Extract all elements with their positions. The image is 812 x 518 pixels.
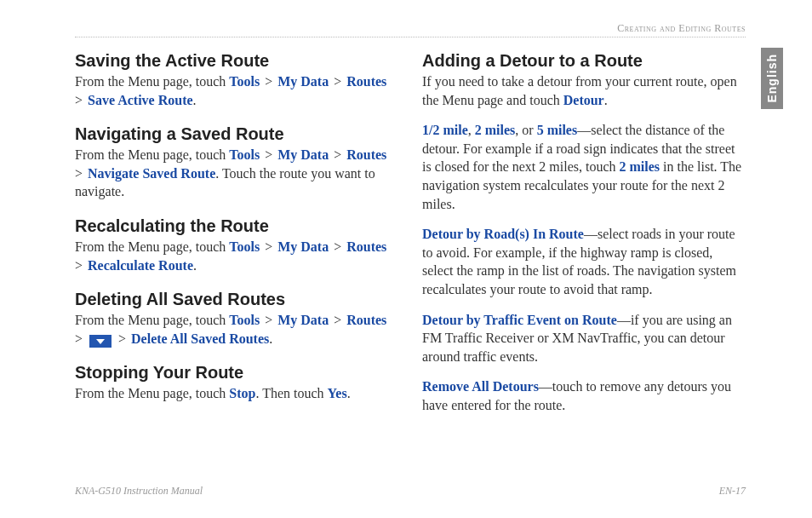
text-remove-detours: Remove All Detours—touch to remove any d… [422, 377, 746, 414]
text-detour-intro: If you need to take a detour from your c… [422, 72, 746, 109]
link-detour-by-traffic[interactable]: Detour by Traffic Event on Route [422, 313, 617, 327]
section-stop-route: Stopping Your Route From the Menu page, … [75, 363, 398, 403]
heading-delete-all: Deleting All Saved Routes [75, 290, 398, 309]
link-delete-all-saved-routes[interactable]: Delete All Saved Routes [131, 331, 269, 346]
link-tools[interactable]: Tools [229, 313, 260, 327]
page-footer: KNA-G510 Instruction Manual EN-17 [75, 485, 746, 498]
link-remove-all-detours[interactable]: Remove All Detours [422, 379, 539, 394]
text-navigate-saved: From the Menu page, touch Tools > My Dat… [75, 146, 398, 201]
footer-page-number: EN-17 [719, 485, 746, 498]
link-my-data[interactable]: My Data [277, 147, 329, 162]
text-delete-all: From the Menu page, touch Tools > My Dat… [75, 311, 398, 348]
link-routes[interactable]: Routes [346, 239, 386, 254]
text-save-active: From the Menu page, touch Tools > My Dat… [75, 72, 398, 109]
text-recalculate: From the Menu page, touch Tools > My Dat… [75, 238, 398, 274]
text-detour-traffic: Detour by Traffic Event on Route—if you … [422, 311, 746, 366]
section-delete-all: Deleting All Saved Routes From the Menu … [75, 290, 398, 348]
link-detour-by-roads[interactable]: Detour by Road(s) In Route [422, 227, 584, 241]
link-my-data[interactable]: My Data [277, 313, 329, 327]
link-two-miles-inline[interactable]: 2 miles [620, 159, 660, 174]
link-yes[interactable]: Yes [328, 386, 347, 400]
heading-stop-route: Stopping Your Route [75, 363, 398, 383]
text-detour-distance: 1/2 mile, 2 miles, or 5 miles—select the… [422, 121, 746, 213]
content-columns: Saving the Active Route From the Menu pa… [75, 51, 746, 427]
link-my-data[interactable]: My Data [277, 74, 329, 89]
heading-navigate-saved: Navigating a Saved Route [75, 124, 398, 144]
link-half-mile[interactable]: 1/2 mile [422, 123, 468, 137]
link-navigate-saved-route[interactable]: Navigate Saved Route [88, 166, 215, 181]
link-routes[interactable]: Routes [346, 313, 386, 327]
language-tab-label: English [765, 54, 779, 103]
link-two-miles[interactable]: 2 miles [475, 123, 516, 137]
link-five-miles[interactable]: 5 miles [537, 123, 578, 137]
link-recalculate-route[interactable]: Recalculate Route [88, 258, 193, 273]
link-routes[interactable]: Routes [346, 74, 386, 89]
section-navigate-saved: Navigating a Saved Route From the Menu p… [75, 124, 398, 201]
link-tools[interactable]: Tools [229, 74, 260, 89]
heading-save-active: Saving the Active Route [75, 51, 398, 71]
link-my-data[interactable]: My Data [277, 239, 329, 254]
link-stop[interactable]: Stop [229, 386, 255, 400]
dropdown-icon[interactable] [89, 335, 112, 348]
link-save-active-route[interactable]: Save Active Route [88, 93, 193, 107]
heading-add-detour: Adding a Detour to a Route [422, 51, 746, 71]
section-save-active: Saving the Active Route From the Menu pa… [75, 51, 398, 109]
right-column: Adding a Detour to a Route If you need t… [422, 51, 746, 427]
link-detour[interactable]: Detour [563, 93, 604, 107]
link-routes[interactable]: Routes [346, 147, 386, 162]
heading-recalculate: Recalculating the Route [75, 216, 398, 236]
svg-marker-0 [96, 339, 105, 344]
text-detour-roads: Detour by Road(s) In Route—select roads … [422, 225, 746, 298]
language-tab: English [761, 48, 783, 109]
chapter-heading: Creating and Editing Routes [75, 22, 746, 37]
link-tools[interactable]: Tools [229, 147, 260, 162]
footer-manual-title: KNA-G510 Instruction Manual [75, 485, 203, 498]
link-tools[interactable]: Tools [229, 239, 260, 254]
text-stop-route: From the Menu page, touch Stop. Then tou… [75, 384, 398, 403]
section-recalculate: Recalculating the Route From the Menu pa… [75, 216, 398, 274]
left-column: Saving the Active Route From the Menu pa… [75, 51, 398, 427]
